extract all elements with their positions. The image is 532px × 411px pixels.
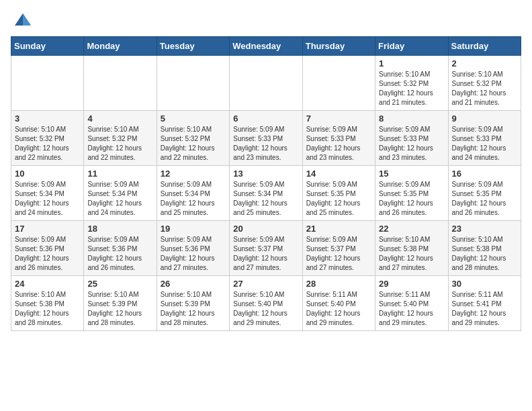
day-number: 5 <box>161 113 226 124</box>
day-number: 2 <box>452 58 517 68</box>
svg-marker-1 <box>23 13 31 26</box>
day-info: Sunrise: 5:09 AM Sunset: 5:34 PM Dayligh… <box>161 180 226 218</box>
calendar-cell: 3Sunrise: 5:10 AM Sunset: 5:32 PM Daylig… <box>11 111 84 166</box>
day-info: Sunrise: 5:10 AM Sunset: 5:32 PM Dayligh… <box>379 70 444 107</box>
day-number: 15 <box>379 169 444 179</box>
day-number: 10 <box>15 169 80 179</box>
calendar-cell: 1Sunrise: 5:10 AM Sunset: 5:32 PM Daylig… <box>375 56 448 111</box>
day-of-week-header: Monday <box>84 37 157 56</box>
day-number: 22 <box>379 224 444 234</box>
day-info: Sunrise: 5:10 AM Sunset: 5:38 PM Dayligh… <box>452 235 517 273</box>
day-of-week-header: Thursday <box>302 37 375 56</box>
day-number: 19 <box>161 224 226 234</box>
day-number: 30 <box>452 279 517 289</box>
calendar-cell: 13Sunrise: 5:09 AM Sunset: 5:34 PM Dayli… <box>230 166 302 221</box>
calendar-cell: 8Sunrise: 5:09 AM Sunset: 5:33 PM Daylig… <box>375 111 448 166</box>
calendar-week-row: 1Sunrise: 5:10 AM Sunset: 5:32 PM Daylig… <box>11 56 521 111</box>
day-number: 23 <box>452 224 517 234</box>
day-number: 1 <box>379 58 444 68</box>
calendar-cell <box>11 56 84 111</box>
calendar-cell <box>84 56 157 111</box>
calendar-cell: 25Sunrise: 5:10 AM Sunset: 5:39 PM Dayli… <box>84 276 157 331</box>
day-number: 16 <box>452 169 517 179</box>
calendar-cell: 2Sunrise: 5:10 AM Sunset: 5:32 PM Daylig… <box>448 56 521 111</box>
calendar-cell: 27Sunrise: 5:10 AM Sunset: 5:40 PM Dayli… <box>230 276 302 331</box>
day-info: Sunrise: 5:09 AM Sunset: 5:37 PM Dayligh… <box>233 235 298 273</box>
day-number: 4 <box>87 113 152 124</box>
calendar-header-row: SundayMondayTuesdayWednesdayThursdayFrid… <box>11 37 521 56</box>
calendar-cell: 17Sunrise: 5:09 AM Sunset: 5:36 PM Dayli… <box>11 221 84 276</box>
day-info: Sunrise: 5:09 AM Sunset: 5:36 PM Dayligh… <box>87 235 152 273</box>
calendar-cell: 5Sunrise: 5:10 AM Sunset: 5:32 PM Daylig… <box>157 111 229 166</box>
calendar-cell: 10Sunrise: 5:09 AM Sunset: 5:34 PM Dayli… <box>11 166 84 221</box>
day-info: Sunrise: 5:09 AM Sunset: 5:36 PM Dayligh… <box>161 235 226 273</box>
calendar-cell: 11Sunrise: 5:09 AM Sunset: 5:34 PM Dayli… <box>84 166 157 221</box>
day-number: 26 <box>161 279 226 289</box>
day-number: 7 <box>306 113 371 124</box>
calendar-cell: 4Sunrise: 5:10 AM Sunset: 5:32 PM Daylig… <box>84 111 157 166</box>
day-number: 28 <box>306 279 371 289</box>
calendar-week-row: 24Sunrise: 5:10 AM Sunset: 5:38 PM Dayli… <box>11 276 521 331</box>
calendar-cell: 30Sunrise: 5:11 AM Sunset: 5:41 PM Dayli… <box>448 276 521 331</box>
day-info: Sunrise: 5:11 AM Sunset: 5:41 PM Dayligh… <box>452 290 517 328</box>
calendar-table: SundayMondayTuesdayWednesdayThursdayFrid… <box>11 36 521 331</box>
day-of-week-header: Saturday <box>448 37 521 56</box>
day-of-week-header: Friday <box>375 37 448 56</box>
day-info: Sunrise: 5:09 AM Sunset: 5:33 PM Dayligh… <box>306 125 371 163</box>
logo <box>11 11 32 30</box>
day-info: Sunrise: 5:10 AM Sunset: 5:32 PM Dayligh… <box>87 125 152 163</box>
day-number: 20 <box>233 224 298 234</box>
day-number: 24 <box>15 279 80 289</box>
calendar-week-row: 3Sunrise: 5:10 AM Sunset: 5:32 PM Daylig… <box>11 111 521 166</box>
day-info: Sunrise: 5:09 AM Sunset: 5:34 PM Dayligh… <box>87 180 152 218</box>
calendar-cell <box>157 56 229 111</box>
day-info: Sunrise: 5:09 AM Sunset: 5:35 PM Dayligh… <box>379 180 444 218</box>
day-info: Sunrise: 5:11 AM Sunset: 5:40 PM Dayligh… <box>306 290 371 328</box>
calendar-cell: 14Sunrise: 5:09 AM Sunset: 5:35 PM Dayli… <box>302 166 375 221</box>
day-number: 18 <box>87 224 152 234</box>
day-info: Sunrise: 5:10 AM Sunset: 5:39 PM Dayligh… <box>161 290 226 328</box>
calendar-cell: 16Sunrise: 5:09 AM Sunset: 5:35 PM Dayli… <box>448 166 521 221</box>
calendar-cell: 7Sunrise: 5:09 AM Sunset: 5:33 PM Daylig… <box>302 111 375 166</box>
calendar-cell: 9Sunrise: 5:09 AM Sunset: 5:33 PM Daylig… <box>448 111 521 166</box>
day-info: Sunrise: 5:09 AM Sunset: 5:35 PM Dayligh… <box>306 180 371 218</box>
day-info: Sunrise: 5:11 AM Sunset: 5:40 PM Dayligh… <box>379 290 444 328</box>
day-number: 12 <box>161 169 226 179</box>
day-info: Sunrise: 5:10 AM Sunset: 5:38 PM Dayligh… <box>379 235 444 273</box>
calendar-cell: 23Sunrise: 5:10 AM Sunset: 5:38 PM Dayli… <box>448 221 521 276</box>
day-number: 13 <box>233 169 298 179</box>
day-number: 6 <box>233 113 298 124</box>
day-info: Sunrise: 5:10 AM Sunset: 5:32 PM Dayligh… <box>161 125 226 163</box>
day-info: Sunrise: 5:10 AM Sunset: 5:39 PM Dayligh… <box>87 290 152 328</box>
calendar-cell: 24Sunrise: 5:10 AM Sunset: 5:38 PM Dayli… <box>11 276 84 331</box>
day-info: Sunrise: 5:10 AM Sunset: 5:38 PM Dayligh… <box>15 290 80 328</box>
day-info: Sunrise: 5:09 AM Sunset: 5:33 PM Dayligh… <box>452 125 517 163</box>
day-number: 14 <box>306 169 371 179</box>
day-number: 27 <box>233 279 298 289</box>
day-number: 25 <box>87 279 152 289</box>
day-number: 8 <box>379 113 444 124</box>
day-info: Sunrise: 5:09 AM Sunset: 5:33 PM Dayligh… <box>233 125 298 163</box>
calendar-cell: 29Sunrise: 5:11 AM Sunset: 5:40 PM Dayli… <box>375 276 448 331</box>
day-info: Sunrise: 5:10 AM Sunset: 5:40 PM Dayligh… <box>233 290 298 328</box>
day-of-week-header: Tuesday <box>157 37 229 56</box>
calendar-cell: 26Sunrise: 5:10 AM Sunset: 5:39 PM Dayli… <box>157 276 229 331</box>
day-info: Sunrise: 5:09 AM Sunset: 5:37 PM Dayligh… <box>306 235 371 273</box>
logo-icon <box>13 11 32 30</box>
day-info: Sunrise: 5:09 AM Sunset: 5:34 PM Dayligh… <box>233 180 298 218</box>
calendar-cell: 6Sunrise: 5:09 AM Sunset: 5:33 PM Daylig… <box>230 111 302 166</box>
calendar-cell <box>302 56 375 111</box>
calendar-week-row: 17Sunrise: 5:09 AM Sunset: 5:36 PM Dayli… <box>11 221 521 276</box>
day-info: Sunrise: 5:09 AM Sunset: 5:34 PM Dayligh… <box>15 180 80 218</box>
day-info: Sunrise: 5:09 AM Sunset: 5:36 PM Dayligh… <box>15 235 80 273</box>
calendar-cell: 18Sunrise: 5:09 AM Sunset: 5:36 PM Dayli… <box>84 221 157 276</box>
calendar-cell: 20Sunrise: 5:09 AM Sunset: 5:37 PM Dayli… <box>230 221 302 276</box>
calendar-cell: 21Sunrise: 5:09 AM Sunset: 5:37 PM Dayli… <box>302 221 375 276</box>
day-number: 17 <box>15 224 80 234</box>
calendar-cell: 28Sunrise: 5:11 AM Sunset: 5:40 PM Dayli… <box>302 276 375 331</box>
day-number: 21 <box>306 224 371 234</box>
calendar-cell <box>230 56 302 111</box>
calendar-cell: 22Sunrise: 5:10 AM Sunset: 5:38 PM Dayli… <box>375 221 448 276</box>
calendar-cell: 19Sunrise: 5:09 AM Sunset: 5:36 PM Dayli… <box>157 221 229 276</box>
day-info: Sunrise: 5:10 AM Sunset: 5:32 PM Dayligh… <box>452 70 517 107</box>
